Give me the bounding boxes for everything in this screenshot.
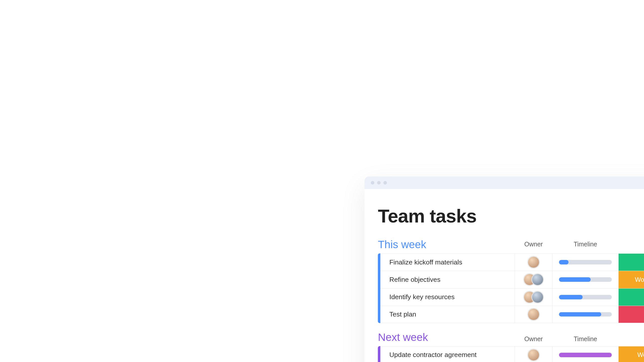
timeline-cell[interactable] xyxy=(552,289,618,306)
timeline-bar xyxy=(559,277,612,282)
task-name-cell[interactable]: Update contractor agreement xyxy=(380,346,514,362)
column-header-owner: Owner xyxy=(515,241,552,253)
task-row[interactable]: Test planStuck xyxy=(380,306,644,323)
status-cell[interactable]: Working on it xyxy=(618,271,644,288)
timeline-bar xyxy=(559,353,612,357)
avatar-icon xyxy=(528,256,539,268)
app-window: Team tasks This weekOwnerTimelineStatusT… xyxy=(365,176,644,362)
task-row[interactable]: Update contractor agreementWorking on xyxy=(380,346,644,362)
task-row[interactable]: Refine objectivesWorking on it6h 19m 56s xyxy=(380,271,644,288)
avatar-icon xyxy=(528,308,539,320)
column-header-status: Status xyxy=(619,335,644,346)
timeline-cell[interactable] xyxy=(552,306,618,323)
page-title: Team tasks xyxy=(378,205,476,227)
avatar-icon xyxy=(528,349,539,361)
owner-cell[interactable] xyxy=(515,271,552,288)
owner-cell[interactable] xyxy=(515,306,552,323)
traffic-light-dot xyxy=(377,181,381,185)
column-header-status: Status xyxy=(619,241,644,253)
timeline-bar xyxy=(559,312,612,317)
timeline-bar xyxy=(559,260,612,264)
column-header-timeline: Timeline xyxy=(552,335,619,346)
task-name-cell[interactable]: Test plan xyxy=(380,306,514,323)
status-cell[interactable]: Done xyxy=(618,289,644,306)
timeline-cell[interactable] xyxy=(552,254,618,271)
avatar-icon xyxy=(532,274,543,285)
task-name-cell[interactable]: Identify key resources xyxy=(380,289,514,306)
column-header-timeline: Timeline xyxy=(552,241,619,253)
timeline-bar xyxy=(559,295,612,299)
avatar-pair xyxy=(524,274,543,285)
timeline-cell[interactable] xyxy=(552,271,618,288)
task-row[interactable]: Identify key resourcesDone9h 14m 27s xyxy=(380,288,644,306)
status-cell[interactable]: Stuck xyxy=(618,306,644,323)
traffic-light-dot xyxy=(383,181,387,185)
owner-cell[interactable] xyxy=(515,289,552,306)
group-title[interactable]: Next week xyxy=(378,331,515,346)
status-cell[interactable]: Done xyxy=(618,254,644,271)
task-row[interactable]: Finalize kickoff materialsDone5h 14m 27s xyxy=(380,253,644,271)
status-cell[interactable]: Working on xyxy=(618,346,644,362)
owner-cell[interactable] xyxy=(515,254,552,271)
group-title[interactable]: This week xyxy=(378,238,515,253)
owner-cell[interactable] xyxy=(515,346,552,362)
traffic-light-dot xyxy=(371,181,374,185)
task-name-cell[interactable]: Refine objectives xyxy=(380,271,514,288)
avatar-pair xyxy=(524,291,543,303)
task-name-cell[interactable]: Finalize kickoff materials xyxy=(380,254,514,271)
avatar-icon xyxy=(532,291,543,303)
timeline-cell[interactable] xyxy=(552,346,618,362)
window-titlebar xyxy=(365,176,644,189)
column-header-owner: Owner xyxy=(515,335,552,346)
